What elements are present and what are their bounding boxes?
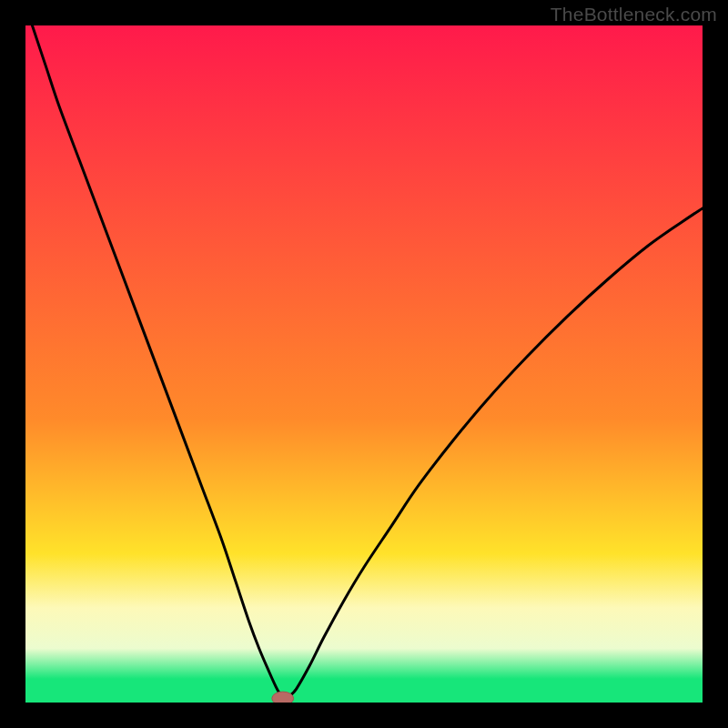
gradient-background (25, 25, 703, 703)
chart-frame: TheBottleneck.com (0, 0, 728, 728)
watermark-text: TheBottleneck.com (551, 4, 717, 25)
plot-area (25, 25, 703, 703)
chart-svg (25, 25, 703, 703)
optimal-point-marker (272, 692, 294, 703)
